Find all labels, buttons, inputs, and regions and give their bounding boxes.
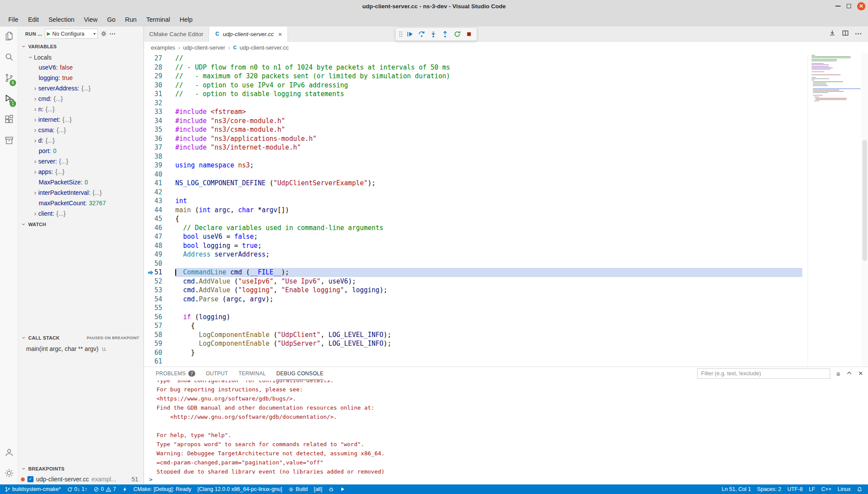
code-line[interactable]: 33#include <fstream> — [144, 107, 802, 117]
line-number[interactable]: 58 — [144, 330, 175, 340]
code-line[interactable]: 41NS_LOG_COMPONENT_DEFINE ("UdpClientSer… — [144, 179, 802, 188]
line-number[interactable]: 61 — [144, 357, 175, 366]
code-line-content[interactable]: #include "ns3/applications-module.h" — [175, 134, 802, 144]
variable-row[interactable]: port:0 — [18, 146, 144, 156]
menu-run[interactable]: Run — [120, 12, 142, 27]
indentation[interactable]: Spaces: 2 — [754, 484, 785, 494]
line-number[interactable]: 57 — [144, 321, 175, 330]
editor-scrollbar[interactable] — [861, 53, 868, 367]
code-line[interactable]: 39using namespace ns3; — [144, 161, 802, 170]
launch-button[interactable] — [337, 484, 348, 494]
code-line[interactable]: 44main (int argc, char *argv[]) — [144, 206, 802, 215]
os[interactable]: Linux — [835, 484, 854, 494]
tab-udp-client-server-cc[interactable]: Cudp-client-server.cc× — [209, 27, 288, 42]
line-number[interactable]: 49 — [144, 250, 175, 259]
code-line[interactable]: 52 cmd.AddValue ("useIpv6", "Use Ipv6", … — [144, 277, 802, 286]
code-line[interactable]: 40 — [144, 170, 802, 179]
code-line[interactable]: 27// — [144, 54, 802, 63]
code-line-content[interactable] — [175, 304, 802, 313]
variable-row[interactable]: logging:true — [18, 73, 144, 83]
drag-handle[interactable] — [399, 31, 403, 37]
code-line-content[interactable] — [175, 170, 802, 179]
menu-go[interactable]: Go — [102, 12, 120, 27]
code-line[interactable]: 36#include "ns3/applications-module.h" — [144, 134, 802, 144]
sidebar-item-search[interactable] — [0, 47, 18, 68]
code-line[interactable]: 37#include "ns3/internet-module.h" — [144, 143, 802, 152]
settings-button[interactable] — [0, 464, 18, 484]
code-line-content[interactable]: } — [175, 348, 802, 357]
encoding[interactable]: UTF-8 — [784, 484, 805, 494]
code-line[interactable]: 50 — [144, 259, 802, 268]
line-number[interactable]: 44 — [144, 206, 175, 215]
code-line-content[interactable]: Address serverAddress; — [175, 250, 802, 259]
launch-config-dropdown[interactable]: ▶ No Configura ▾ — [45, 29, 98, 39]
code-line[interactable]: 53 cmd.AddValue ("logging", "Enable logg… — [144, 286, 802, 295]
code-line[interactable]: 42 — [144, 188, 802, 197]
line-number[interactable]: 46 — [144, 224, 175, 233]
variable-row[interactable]: maxPacketCount:32767 — [18, 198, 144, 208]
code-line-content[interactable]: bool useV6 = false; — [175, 232, 802, 241]
code-line[interactable]: 55 — [144, 304, 802, 313]
code-line-content[interactable]: // - maximum of 320 packets sent (or lim… — [175, 72, 802, 81]
notifications[interactable] — [854, 484, 865, 494]
start-debug-icon[interactable]: ▶ — [47, 31, 50, 37]
line-number[interactable]: 32 — [144, 99, 175, 108]
call-stack-section-header[interactable]: › CALL STACK PAUSED ON BREAKPOINT — [18, 333, 144, 344]
code-line-content[interactable]: cmd.Parse (argc, argv); — [175, 295, 802, 304]
code-line-content[interactable]: // Declare variables used in command-lin… — [175, 224, 802, 233]
line-number[interactable]: 38 — [144, 152, 175, 161]
code-line-content[interactable]: cmd.AddValue ("useIpv6", "Use Ipv6", use… — [175, 277, 802, 286]
variables-section-header[interactable]: › VARIABLES — [18, 41, 144, 52]
code-line[interactable]: 43int — [144, 197, 802, 206]
code-line[interactable]: 31// - option to disable logging stateme… — [144, 90, 802, 99]
minimap[interactable] — [808, 54, 861, 367]
variable-row[interactable]: ›d:{...} — [18, 135, 144, 146]
code-line-content[interactable]: #include <fstream> — [175, 107, 802, 117]
code-line[interactable]: 48 bool logging = true; — [144, 241, 802, 250]
cursor-position[interactable]: Ln 51, Col 1 — [718, 484, 754, 494]
code-line-content[interactable] — [175, 152, 802, 161]
code-line-content[interactable]: LogComponentEnable ("UdpClient", LOG_LEV… — [175, 330, 802, 340]
restart-button[interactable] — [453, 29, 462, 40]
line-number[interactable]: 48 — [144, 241, 175, 250]
debug-console-input[interactable]: > — [144, 474, 868, 484]
code-line[interactable]: 47 bool useV6 = false; — [144, 232, 802, 241]
kit-status[interactable]: [Clang 12.0.0 x86_64-pc-linux-gnu] — [194, 484, 285, 494]
filter-input[interactable] — [697, 368, 830, 379]
code-line-content[interactable]: using namespace ns3; — [175, 161, 802, 170]
code-line-content[interactable]: // — [175, 54, 802, 63]
code-line[interactable]: 28// - UDP flow from n0 to n1 of 1024 by… — [144, 63, 802, 72]
bolt-status[interactable] — [119, 484, 130, 494]
code-line-content[interactable]: cmd.AddValue ("logging", "Enable logging… — [175, 286, 802, 295]
code-editor[interactable]: 27//28// - UDP flow from n0 to n1 of 102… — [144, 53, 868, 367]
code-line[interactable]: 49 Address serverAddress; — [144, 250, 802, 259]
account-button[interactable] — [0, 443, 18, 464]
line-number[interactable]: 34 — [144, 117, 175, 126]
minimize-button[interactable] — [835, 6, 841, 7]
line-number[interactable]: 31 — [144, 90, 175, 99]
code-line-content[interactable]: #include "ns3/core-module.h" — [175, 117, 802, 126]
step-over-button[interactable] — [417, 29, 426, 40]
code-line[interactable]: 32 — [144, 99, 802, 108]
code-line-content[interactable] — [175, 259, 802, 268]
code-line[interactable]: 45{ — [144, 214, 802, 224]
line-number[interactable]: 51 — [144, 268, 175, 277]
code-line[interactable]: 58 LogComponentEnable ("UdpClient", LOG_… — [144, 330, 802, 340]
line-number[interactable]: 55 — [144, 304, 175, 313]
code-line[interactable]: 61 — [144, 357, 802, 366]
code-line-content[interactable]: // - UDP flow from n0 to n1 of 1024 byte… — [175, 63, 802, 72]
line-number[interactable]: 36 — [144, 134, 175, 144]
line-number[interactable]: 59 — [144, 339, 175, 348]
code-line[interactable]: 38 — [144, 152, 802, 161]
code-line-content[interactable] — [175, 188, 802, 197]
maximize-panel-icon[interactable] — [846, 370, 852, 377]
download-icon[interactable] — [829, 30, 836, 38]
code-line-content[interactable]: NS_LOG_COMPONENT_DEFINE ("UdpClientServe… — [175, 179, 802, 188]
line-number[interactable]: 40 — [144, 170, 175, 179]
variable-row[interactable]: ›internet:{...} — [18, 114, 144, 125]
code-line-content[interactable]: if (logging) — [175, 313, 802, 322]
sidebar-item-cmake[interactable] — [0, 131, 18, 152]
breakpoint-checkbox[interactable]: ✓ — [27, 476, 33, 482]
branch-status[interactable]: buildsystem-cmake* — [2, 484, 64, 494]
line-number[interactable]: 35 — [144, 125, 175, 134]
